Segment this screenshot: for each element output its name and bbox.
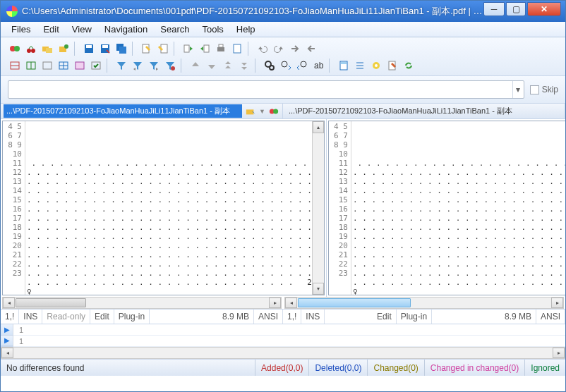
size-cell: 8.9 MB <box>150 310 254 324</box>
edit-cell[interactable]: Edit <box>373 310 397 324</box>
filter-input[interactable]: ▾ <box>8 80 524 99</box>
menu-view[interactable]: View <box>66 22 98 37</box>
replace-icon[interactable]: ab <box>311 59 325 73</box>
menu-help[interactable]: Help <box>230 22 262 37</box>
left-pane-tab[interactable]: ...\PDF-20150721092103-FoJiaoManHuaJiLi1… <box>1 104 283 118</box>
svg-point-43 <box>375 64 378 67</box>
bottom-hscroll[interactable]: ◂▸ <box>1 347 565 359</box>
view-split-h-icon[interactable] <box>8 59 22 73</box>
nav-down-icon[interactable] <box>205 59 219 73</box>
diff-row[interactable]: 1 <box>13 336 565 347</box>
find-icon[interactable] <box>263 59 277 73</box>
plugin-cell[interactable]: Plug-in <box>114 310 150 324</box>
compare-small-icon[interactable] <box>268 106 279 117</box>
save-icon[interactable] <box>82 42 96 56</box>
settings-icon[interactable] <box>369 59 383 73</box>
status-ignored: Ignored <box>524 360 565 376</box>
left-vscroll[interactable]: ▴▾ <box>312 121 324 295</box>
enc-cell: ANSI <box>254 310 283 324</box>
nav-down-fast-icon[interactable] <box>237 59 251 73</box>
ins-cell: INS <box>19 310 42 324</box>
cherries-icon[interactable] <box>24 42 38 56</box>
diff-row[interactable]: 1 <box>13 324 565 336</box>
edit-left-icon[interactable] <box>140 42 154 56</box>
status-cic: Changed in changed(0) <box>424 360 524 376</box>
filter-icon[interactable] <box>114 59 128 73</box>
right-pane-tab[interactable]: ...\PDF-20150721092103-FoJiaoManHuaJiLi1… <box>283 104 565 118</box>
arrow-right-icon[interactable] <box>288 42 302 56</box>
nav-up-fast-icon[interactable] <box>221 59 235 73</box>
view-split-v-icon[interactable] <box>24 59 38 73</box>
menu-edit[interactable]: Edit <box>37 22 65 37</box>
filter-clear-icon[interactable] <box>163 59 177 73</box>
right-tab-label: ...\PDF-20150721092103-FoJiaoManHuaJiLi1… <box>286 104 562 118</box>
plugin-cell[interactable]: Plug-in <box>397 310 432 324</box>
svg-rect-11 <box>102 45 108 48</box>
edit-right-icon[interactable] <box>156 42 170 56</box>
svg-rect-17 <box>204 45 209 52</box>
save-as-icon[interactable] <box>98 42 112 56</box>
view-single-icon[interactable] <box>40 59 54 73</box>
status-message: No differences found <box>1 363 255 373</box>
dropdown-icon[interactable]: ▼ <box>259 108 265 115</box>
skip-checkbox[interactable]: Skip <box>530 85 558 94</box>
filter-dropdown-icon[interactable]: ▾ <box>512 81 524 98</box>
folder-add-icon[interactable] <box>56 42 71 56</box>
arrow-left-icon[interactable] <box>304 42 318 56</box>
status-deleted: Deleted(0,0) <box>308 360 367 376</box>
svg-point-34 <box>282 61 287 67</box>
list-icon[interactable] <box>353 59 367 73</box>
sync-icon[interactable] <box>402 59 416 73</box>
diff-nav: ▶ ▶ 1 1 <box>1 324 565 347</box>
right-content[interactable]: . . . . . . . . . . . . . . . . . . . . … <box>351 121 566 295</box>
right-gutter: 4 5 6 7 8 9 10 11 12 13 14 15 16 17 18 1… <box>329 121 351 295</box>
edit-note-icon[interactable] <box>385 59 399 73</box>
nav-up-icon[interactable] <box>188 59 203 73</box>
left-hscroll[interactable]: ◂▸ <box>2 297 282 309</box>
filter-left-icon[interactable] <box>131 59 145 73</box>
view-grid-icon[interactable] <box>56 59 71 73</box>
left-content[interactable]: . . . . . . . . . . . . . . . . . . . . … <box>25 121 312 295</box>
svg-rect-13 <box>119 47 126 54</box>
compare-icon[interactable] <box>8 42 22 56</box>
maximize-button[interactable]: ▢ <box>506 2 526 16</box>
edit-cell[interactable]: Edit <box>90 310 114 324</box>
close-button[interactable]: ✕ <box>527 2 561 16</box>
svg-point-3 <box>31 49 35 53</box>
find-prev-icon[interactable] <box>295 59 309 73</box>
copy-right-icon[interactable] <box>198 42 212 56</box>
window-title: C:\Users\Administrator\Documents\001pdf\… <box>22 5 483 18</box>
left-tab-label: ...\PDF-20150721092103-FoJiaoManHuaJiLi1… <box>4 104 242 118</box>
calc-icon[interactable] <box>337 59 351 73</box>
svg-rect-5 <box>46 48 52 53</box>
menu-navigation[interactable]: Navigation <box>98 22 154 37</box>
find-next-icon[interactable] <box>279 59 293 73</box>
minimize-button[interactable]: ─ <box>483 2 505 16</box>
right-hscroll[interactable]: ◂▸ <box>284 297 564 309</box>
view-hex-icon[interactable] <box>73 59 87 73</box>
undo-icon[interactable] <box>255 42 270 56</box>
compare-panes: 4 5 6 7 8 9 10 11 12 13 14 15 16 17 18 1… <box>1 119 565 297</box>
diff-prev-icon[interactable]: ▶ <box>1 336 13 347</box>
save-all-icon[interactable] <box>114 42 128 56</box>
filter-right-icon[interactable] <box>147 59 161 73</box>
filter-bar: ▾ Skip <box>1 76 565 104</box>
svg-point-1 <box>14 46 20 51</box>
folder-open-icon[interactable] <box>245 106 256 117</box>
svg-point-47 <box>273 109 278 114</box>
svg-rect-45 <box>246 109 254 114</box>
view-check-icon[interactable] <box>89 59 103 73</box>
menu-files[interactable]: Files <box>5 22 37 37</box>
copy-left-icon[interactable] <box>181 42 195 56</box>
page-icon[interactable] <box>230 42 244 56</box>
redo-icon[interactable] <box>272 42 286 56</box>
svg-point-33 <box>270 66 274 70</box>
toolbar: ab <box>1 37 565 76</box>
folder-pair-icon[interactable] <box>40 42 54 56</box>
print-icon[interactable] <box>214 42 228 56</box>
svg-rect-16 <box>184 45 189 52</box>
menu-search[interactable]: Search <box>154 22 195 37</box>
diff-next-icon[interactable]: ▶ <box>1 324 13 336</box>
menu-tools[interactable]: Tools <box>195 22 229 37</box>
svg-rect-20 <box>234 44 241 53</box>
